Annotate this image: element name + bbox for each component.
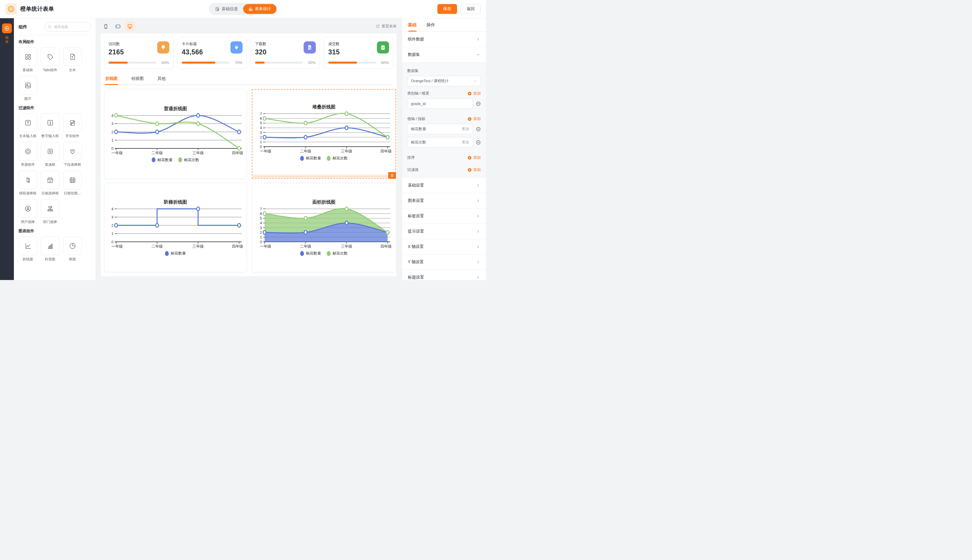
dataset-field-label: 数据集 bbox=[407, 68, 419, 73]
tab-form-design[interactable]: 表单设计 bbox=[243, 4, 276, 14]
component-item-tabs[interactable]: Tabs组件 bbox=[41, 47, 59, 73]
remove-value-button[interactable] bbox=[476, 140, 481, 145]
device-desktop-button[interactable] bbox=[125, 22, 135, 31]
legend-item[interactable]: 献花数量 bbox=[152, 157, 172, 163]
form-canvas[interactable]: 访问数 2165 40% 卡片标题 43,566 ¥ bbox=[101, 33, 397, 276]
legend-item[interactable]: 献花次数 bbox=[327, 156, 347, 161]
svg-text:3: 3 bbox=[260, 226, 262, 230]
rail-components-button[interactable] bbox=[2, 23, 12, 33]
component-search[interactable] bbox=[45, 22, 91, 32]
chart-widget-stacked-line[interactable]: 堆叠折线图 01234567一年级二年级三年级四年级 献花数量 献花次数 bbox=[253, 90, 395, 174]
inspector-tab-action[interactable]: 操作 bbox=[426, 18, 435, 32]
value-field-value: 献花次数 bbox=[411, 140, 426, 145]
orange-logo-icon bbox=[7, 5, 15, 13]
save-button[interactable]: 保存 bbox=[438, 4, 457, 14]
svg-text:2: 2 bbox=[260, 135, 262, 139]
add-value-button[interactable]: 添加 bbox=[468, 116, 481, 122]
text-file-icon bbox=[69, 53, 76, 60]
component-item-image[interactable]: 图片 bbox=[18, 76, 37, 101]
device-phone-button[interactable] bbox=[101, 22, 110, 31]
dataset-select[interactable]: OrangeTest / 课程统计 bbox=[407, 76, 481, 86]
selected-widget-wrapper[interactable]: 堆叠折线图 01234567一年级二年级三年级四年级 献花数量 献花次数 bbox=[252, 89, 396, 179]
component-item-checkbox[interactable]: 复选框 bbox=[41, 142, 59, 167]
component-data-row[interactable]: 组件数据 bbox=[402, 32, 486, 47]
add-sort-button[interactable]: 添加 bbox=[468, 155, 481, 160]
svg-text:一年级: 一年级 bbox=[112, 244, 123, 248]
component-item-user-select[interactable]: 用户选择 bbox=[18, 199, 37, 225]
svg-text:1: 1 bbox=[112, 232, 114, 236]
component-item-number-input[interactable]: 数字输入框 bbox=[41, 113, 59, 138]
component-search-input[interactable] bbox=[53, 25, 88, 29]
value-field-flower-count[interactable]: 献花数量 累加 bbox=[407, 124, 473, 134]
legend-swatch bbox=[327, 251, 331, 256]
legend-item[interactable]: 献花次数 bbox=[178, 157, 199, 163]
dataset-select-value: OrangeTest / 课程统计 bbox=[411, 78, 449, 83]
dataset-section-label: 数据集 bbox=[408, 52, 420, 57]
aggregation-badge[interactable]: 累加 bbox=[462, 140, 469, 145]
component-item-dept-select[interactable]: 部门选择 bbox=[41, 199, 59, 225]
aggregation-badge[interactable]: 累加 bbox=[462, 127, 469, 132]
tab-line-charts[interactable]: 折线图 bbox=[105, 73, 118, 85]
settings-row-chart[interactable]: 图表设置 bbox=[402, 193, 486, 208]
chart-widget-step-line[interactable]: 阶梯折线图 01234一年级二年级三年级四年级 献花数量 bbox=[104, 183, 247, 272]
svg-text:5: 5 bbox=[260, 121, 262, 125]
stat-card-title[interactable]: 卡片标题 43,566 ¥ 70% bbox=[177, 37, 247, 68]
component-item-bar-chart[interactable]: 柱状图 bbox=[41, 237, 59, 262]
minus-circle-icon bbox=[476, 101, 481, 106]
component-item-pie-chart[interactable]: 饼图 bbox=[63, 237, 82, 262]
component-item-text[interactable]: 文本 bbox=[63, 47, 82, 73]
legend-item[interactable]: 献花次数 bbox=[327, 251, 347, 256]
stat-card-visits[interactable]: 访问数 2165 40% bbox=[104, 37, 174, 68]
legend-swatch bbox=[152, 157, 155, 162]
remove-value-button[interactable] bbox=[476, 127, 481, 132]
svg-text:4: 4 bbox=[112, 207, 114, 211]
legend-item[interactable]: 献花数量 bbox=[300, 251, 321, 256]
line-chart-icon bbox=[24, 242, 32, 250]
add-filter-button[interactable]: 添加 bbox=[468, 167, 481, 172]
dataset-section-row[interactable]: 数据集 bbox=[402, 47, 486, 62]
settings-row-yaxis[interactable]: Y 轴设置 bbox=[402, 255, 486, 270]
component-item-switch[interactable]: 开关组件 bbox=[63, 113, 82, 138]
component-item-radio[interactable]: 单选组件 bbox=[18, 142, 37, 167]
svg-text:4: 4 bbox=[260, 221, 262, 225]
stat-card-deals[interactable]: 成交数 315 60% bbox=[324, 37, 393, 68]
tab-basic-info[interactable]: 基础信息 bbox=[210, 4, 243, 14]
legend-item[interactable]: 献花数量 bbox=[300, 156, 321, 161]
chart-widget-area-line[interactable]: 面积折线图 01234567一年级二年级三年级四年级 献花数量 献花次数 bbox=[252, 183, 396, 272]
component-item-select[interactable]: 下拉选择框 bbox=[63, 142, 82, 167]
settings-row-tooltip[interactable]: 提示设置 bbox=[402, 224, 486, 239]
tab-other-charts[interactable]: 其他 bbox=[157, 73, 166, 85]
settings-row-label[interactable]: 标签设置 bbox=[402, 208, 486, 224]
rail-components-label: 组件 bbox=[5, 36, 9, 44]
legend-swatch bbox=[327, 156, 331, 161]
canvas-area: 重置表单 访问数 2165 40% 卡片标题 bbox=[95, 18, 402, 280]
component-item-date-range[interactable]: 日期范围… bbox=[63, 171, 82, 196]
remove-category-button[interactable] bbox=[476, 101, 481, 106]
component-item-block[interactable]: 基础块 bbox=[18, 47, 37, 73]
legend-item[interactable]: 献花数量 bbox=[165, 251, 186, 256]
component-item-text-input[interactable]: 文本输入框 bbox=[18, 113, 37, 138]
device-tablet-button[interactable] bbox=[113, 22, 123, 31]
add-label: 添加 bbox=[473, 116, 481, 122]
svg-text:2: 2 bbox=[260, 230, 262, 235]
category-field-grade-id[interactable]: grade_id bbox=[407, 98, 473, 109]
settings-row-xaxis[interactable]: X 轴设置 bbox=[402, 239, 486, 255]
settings-label: X 轴设置 bbox=[408, 244, 424, 249]
chart-widget-normal-line[interactable]: 普通折线图 01234一年级二年级三年级四年级 献花数量 献花次数 bbox=[104, 89, 247, 179]
filter-label: 过滤器 bbox=[407, 167, 419, 172]
value-field-flower-times[interactable]: 献花次数 累加 bbox=[407, 137, 473, 148]
hexagon-icon bbox=[4, 25, 10, 31]
settings-row-title[interactable]: 标题设置 bbox=[402, 270, 486, 280]
add-category-button[interactable]: 添加 bbox=[468, 91, 481, 96]
tab-bar-charts[interactable]: 柱状图 bbox=[131, 73, 144, 85]
settings-row-basic[interactable]: 基础设置 bbox=[402, 178, 486, 193]
back-button[interactable]: 返回 bbox=[461, 4, 481, 14]
reset-form-button[interactable]: 重置表单 bbox=[376, 24, 397, 29]
component-item-line-chart[interactable]: 折线图 bbox=[18, 237, 37, 262]
delete-widget-button[interactable] bbox=[388, 172, 396, 179]
image-icon bbox=[24, 82, 32, 89]
component-item-cascader[interactable]: 级联选择框 bbox=[18, 171, 37, 196]
component-item-date-picker[interactable]: 日期选择框 bbox=[41, 171, 59, 196]
inspector-tab-basic[interactable]: 基础 bbox=[408, 18, 416, 32]
stat-card-downloads[interactable]: 下载数 320 20% bbox=[251, 37, 320, 68]
